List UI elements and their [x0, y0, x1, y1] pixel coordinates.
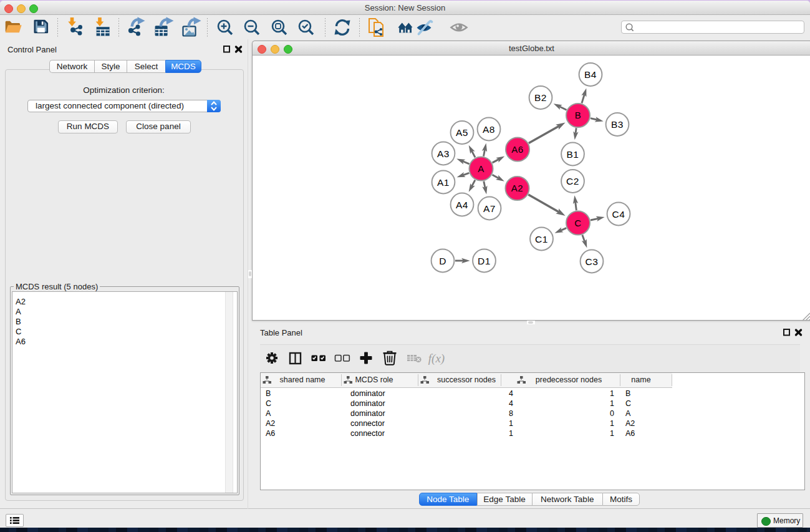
svg-text:C1: C1 [535, 234, 548, 244]
svg-text:A8: A8 [483, 124, 495, 135]
svg-text:C4: C4 [612, 209, 625, 220]
svg-text:f(x): f(x) [428, 352, 445, 365]
svg-text:B1: B1 [567, 149, 579, 160]
svg-text:A7: A7 [483, 203, 496, 214]
svg-text:B2: B2 [534, 92, 547, 103]
svg-text:C: C [574, 218, 581, 228]
svg-text:A5: A5 [456, 127, 468, 138]
svg-text:D: D [439, 256, 446, 266]
svg-text:C3: C3 [586, 256, 599, 267]
svg-text:A: A [478, 163, 485, 174]
svg-text:B3: B3 [611, 119, 624, 130]
svg-text:A3: A3 [437, 148, 450, 159]
svg-text:A1: A1 [437, 177, 450, 188]
svg-text:B: B [575, 110, 582, 120]
svg-text:D1: D1 [478, 256, 491, 266]
svg-text:A4: A4 [456, 200, 468, 210]
svg-text:B4: B4 [584, 69, 597, 80]
svg-text:A2: A2 [511, 183, 523, 193]
svg-text:A6: A6 [511, 144, 523, 155]
svg-text:C2: C2 [566, 176, 579, 186]
